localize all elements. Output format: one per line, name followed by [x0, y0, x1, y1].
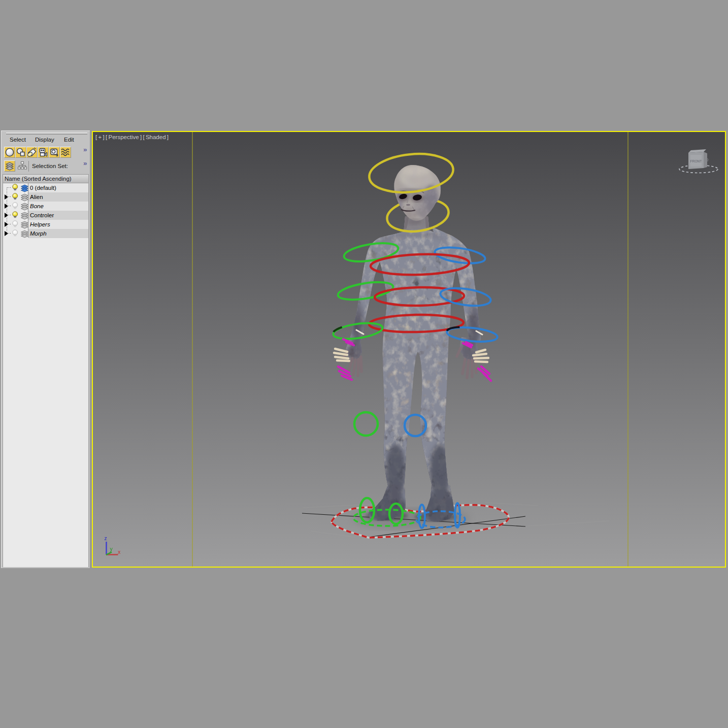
svg-text:z: z	[105, 535, 107, 541]
svg-text:y: y	[110, 546, 113, 552]
svg-text:FRONT: FRONT	[690, 159, 702, 163]
svg-text:x: x	[118, 549, 121, 555]
